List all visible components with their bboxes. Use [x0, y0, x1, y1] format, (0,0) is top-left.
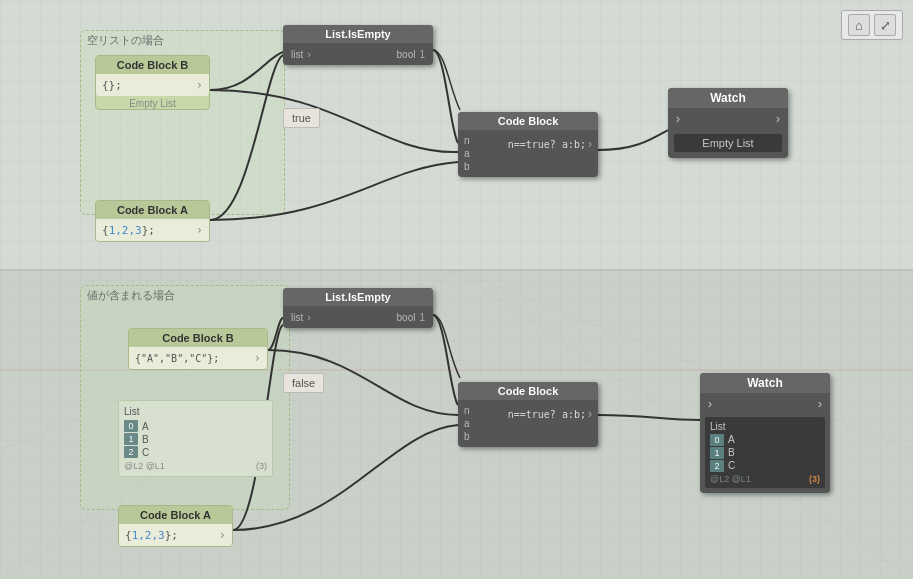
- watch-top-title: Watch: [668, 88, 788, 108]
- list-isempty-bottom-port-bool: bool: [397, 312, 416, 323]
- code-block-b-top-label: Empty List: [96, 98, 209, 109]
- watch-bottom-port-in[interactable]: ›: [708, 397, 712, 411]
- port-n-top: n: [464, 135, 470, 146]
- watch-list-item-0: 0 A: [710, 434, 820, 446]
- code-block-a-bottom-title: Code Block A: [119, 506, 232, 524]
- code-block-b-bottom-code: {"A","B","C"};: [135, 353, 219, 364]
- port-a-bottom: a: [464, 418, 470, 429]
- port-a-top: a: [464, 148, 470, 159]
- list-isempty-bottom-title: List.IsEmpty: [283, 288, 433, 306]
- list-item-0: 0 A: [124, 420, 267, 432]
- watch-top-port-out[interactable]: ›: [776, 112, 780, 126]
- code-block-dark-top-port-out[interactable]: ›: [588, 137, 592, 151]
- section-empty-list-label: 空リストの場合: [81, 31, 284, 50]
- list-isempty-bottom-port-list: list: [291, 312, 303, 323]
- code-block-dark-bottom-expr: n==true? a:b;: [508, 409, 586, 420]
- true-label: true: [283, 108, 320, 128]
- list-isempty-top-port-list: list: [291, 49, 303, 60]
- code-block-a-top-port[interactable]: ›: [196, 223, 203, 237]
- port-b-top: b: [464, 161, 470, 172]
- code-block-dark-top-title: Code Block: [458, 112, 598, 130]
- code-block-a-bottom-code: {1,2,3};: [125, 529, 178, 542]
- list-isempty-top: List.IsEmpty list › bool 1: [283, 25, 433, 65]
- code-block-a-top: Code Block A {1,2,3}; ›: [95, 200, 210, 242]
- port-b-bottom: b: [464, 431, 470, 442]
- code-block-b-top: Code Block B {}; › Empty List: [95, 55, 210, 110]
- expand-button[interactable]: ⤢: [874, 14, 896, 36]
- false-label: false: [283, 373, 324, 393]
- code-block-a-bottom-port[interactable]: ›: [219, 528, 226, 542]
- watch-bottom-port-out[interactable]: ›: [818, 397, 822, 411]
- section-with-values-label: 値が含まれる場合: [81, 286, 289, 305]
- watch-top-port-in[interactable]: ›: [676, 112, 680, 126]
- code-block-dark-top: Code Block n a b n==true? a:b; ›: [458, 112, 598, 177]
- list-index-2: 2: [124, 446, 138, 458]
- list-item-2: 2 C: [124, 446, 267, 458]
- list-value-2: C: [142, 447, 149, 458]
- list-value-0: A: [142, 421, 149, 432]
- list-isempty-bottom: List.IsEmpty list › bool 1: [283, 288, 433, 328]
- list-index-1: 1: [124, 433, 138, 445]
- list-item-1: 1 B: [124, 433, 267, 445]
- code-block-dark-bottom: Code Block n a b n==true? a:b; ›: [458, 382, 598, 447]
- watch-bottom-list: List 0 A 1 B 2 C @L2 @L1 (3): [705, 417, 825, 488]
- list-display-bottom: List 0 A 1 B 2 C @L2 @L1 (3): [118, 400, 273, 477]
- list-display-label: List: [124, 406, 267, 417]
- list-count: (3): [256, 461, 267, 471]
- code-block-b-bottom-title: Code Block B: [129, 329, 267, 347]
- home-button[interactable]: ⌂: [848, 14, 870, 36]
- watch-top: Watch › › Empty List: [668, 88, 788, 158]
- code-block-b-top-code: {};: [102, 79, 122, 92]
- list-isempty-top-port-bool: bool: [397, 49, 416, 60]
- code-block-a-top-code: {1,2,3};: [102, 224, 155, 237]
- toolbar: ⌂ ⤢: [841, 10, 903, 40]
- code-block-b-bottom-port[interactable]: ›: [254, 351, 261, 365]
- list-isempty-top-title: List.IsEmpty: [283, 25, 433, 43]
- list-value-1: B: [142, 434, 149, 445]
- code-block-a-bottom: Code Block A {1,2,3}; ›: [118, 505, 233, 547]
- list-index-0: 0: [124, 420, 138, 432]
- list-isempty-top-port-arrow[interactable]: ›: [307, 48, 311, 60]
- port-n-bottom: n: [464, 405, 470, 416]
- list-isempty-bottom-port-arrow[interactable]: ›: [307, 311, 311, 323]
- list-footer: @L2 @L1: [124, 461, 165, 471]
- watch-bottom-title: Watch: [700, 373, 830, 393]
- code-block-b-top-title: Code Block B: [96, 56, 209, 74]
- code-block-b-top-port[interactable]: ›: [196, 78, 203, 92]
- code-block-dark-top-expr: n==true? a:b;: [508, 139, 586, 150]
- code-block-dark-bottom-title: Code Block: [458, 382, 598, 400]
- code-block-dark-bottom-port-out[interactable]: ›: [588, 407, 592, 421]
- watch-top-value: Empty List: [674, 134, 782, 152]
- code-block-b-bottom: Code Block B {"A","B","C"}; ›: [128, 328, 268, 370]
- watch-list-item-2: 2 C: [710, 460, 820, 472]
- watch-list-item-1: 1 B: [710, 447, 820, 459]
- code-block-a-top-title: Code Block A: [96, 201, 209, 219]
- watch-bottom: Watch › › List 0 A 1 B 2 C @L2 @L1 (3): [700, 373, 830, 493]
